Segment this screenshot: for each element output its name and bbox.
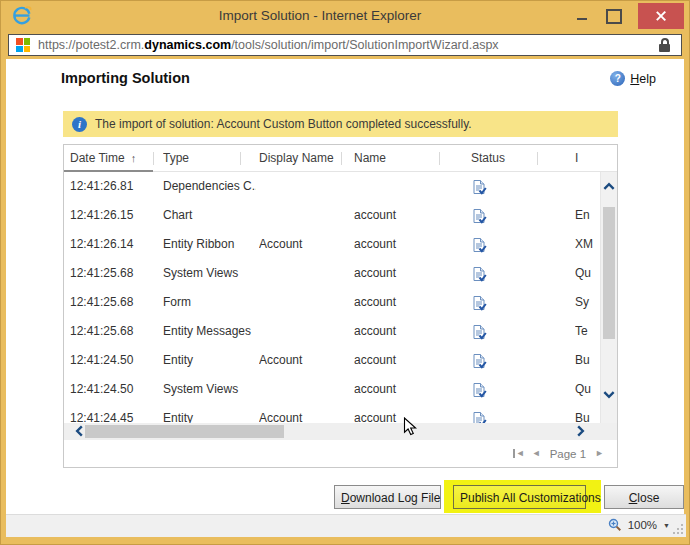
grid-header: Date Time↑ Type Display Name Name Status… <box>64 145 617 172</box>
close-icon <box>655 10 667 22</box>
page-indicator: Page 1 <box>550 448 586 460</box>
row-name: account <box>354 259 454 288</box>
import-success-icon <box>471 208 487 224</box>
row-type: Entity <box>163 404 256 423</box>
info-icon: i <box>72 117 87 132</box>
column-header-datetime[interactable]: Date Time↑ <box>70 145 152 171</box>
zoom-level-label: 100% <box>628 519 657 531</box>
table-row[interactable]: 12:41:24.45EntityAccountaccountBu <box>64 404 600 423</box>
page-title: Importing Solution <box>61 70 190 86</box>
row-name: account <box>354 346 454 375</box>
row-datetime: 12:41:24.50 <box>70 346 158 375</box>
row-type: System Views <box>163 259 256 288</box>
row-type: Chart <box>163 201 256 230</box>
vertical-scroll-thumb[interactable] <box>603 207 615 339</box>
row-display-name <box>259 259 349 288</box>
column-header-display-name[interactable]: Display Name <box>259 145 339 171</box>
row-information: Bu <box>575 404 600 423</box>
row-datetime: 12:41:25.68 <box>70 259 158 288</box>
row-datetime: 12:41:26.81 <box>70 172 158 201</box>
sort-ascending-icon: ↑ <box>131 152 137 164</box>
row-type: Entity Messages <box>163 317 256 346</box>
row-display-name <box>259 317 349 346</box>
row-datetime: 12:41:25.68 <box>70 288 158 317</box>
vertical-scrollbar[interactable] <box>600 172 617 423</box>
maximize-button[interactable] <box>599 1 625 29</box>
titlebar[interactable]: Import Solution - Internet Explorer <box>1 1 689 31</box>
row-information: Qu <box>575 259 600 288</box>
table-row[interactable]: 12:41:24.50System ViewsaccountQu <box>64 375 600 404</box>
row-name: account <box>354 404 454 423</box>
row-name: account <box>354 288 454 317</box>
table-row[interactable]: 12:41:26.14Entity RibbonAccountaccountXM <box>64 230 600 259</box>
publish-all-customizations-button[interactable]: Publish All Customizations <box>453 485 586 509</box>
column-header-name[interactable]: Name <box>354 145 434 171</box>
import-success-icon <box>471 266 487 282</box>
zoom-dropdown-icon: ▼ <box>663 522 670 529</box>
row-information: En <box>575 201 600 230</box>
table-row[interactable]: 12:41:24.50EntityAccountaccountBu <box>64 346 600 375</box>
import-success-icon <box>471 382 487 398</box>
scroll-up-icon[interactable] <box>602 180 616 193</box>
scroll-down-icon[interactable] <box>602 388 616 401</box>
address-bar[interactable]: https://potest2.crm.dynamics.com/tools/s… <box>8 34 682 56</box>
previous-page-icon[interactable]: ◄ <box>532 449 541 458</box>
row-display-name: Account <box>259 346 349 375</box>
horizontal-scrollbar[interactable] <box>64 423 600 440</box>
row-datetime: 12:41:24.45 <box>70 404 158 423</box>
row-display-name <box>259 172 349 201</box>
row-name: account <box>354 317 454 346</box>
row-type: System Views <box>163 375 256 404</box>
next-page-icon[interactable]: ► <box>595 449 604 458</box>
close-window-button[interactable] <box>638 3 684 29</box>
lock-icon <box>659 37 671 53</box>
row-display-name <box>259 201 349 230</box>
row-datetime: 12:41:26.15 <box>70 201 158 230</box>
zoom-control[interactable]: 100% ▼ <box>608 518 670 532</box>
table-row[interactable]: 12:41:26.81Dependencies C... <box>64 172 600 201</box>
table-row[interactable]: 12:41:25.68Entity MessagesaccountTe <box>64 317 600 346</box>
row-display-name <box>259 288 349 317</box>
status-bar: 100% ▼ <box>6 514 686 537</box>
success-banner: i The import of solution: Account Custom… <box>63 111 618 137</box>
internet-explorer-icon <box>11 5 33 27</box>
help-link[interactable]: ? Help <box>610 71 656 86</box>
row-type: Dependencies C... <box>163 172 256 201</box>
help-label: Help <box>630 72 656 86</box>
import-success-icon <box>471 411 487 423</box>
url-domain: dynamics.com <box>144 38 231 52</box>
row-information: Te <box>575 317 600 346</box>
table-row[interactable]: 12:41:26.15ChartaccountEn <box>64 201 600 230</box>
minimize-button[interactable] <box>569 1 595 29</box>
table-row[interactable]: 12:41:25.68FormaccountSy <box>64 288 600 317</box>
row-name: account <box>354 201 454 230</box>
row-name: account <box>354 230 454 259</box>
row-display-name: Account <box>259 230 349 259</box>
close-button[interactable]: Close <box>604 485 684 509</box>
first-page-button[interactable]: ◄ <box>513 449 525 458</box>
horizontal-scroll-thumb[interactable] <box>85 425 284 438</box>
scroll-right-icon[interactable] <box>574 424 587 438</box>
row-type: Entity Ribbon <box>163 230 256 259</box>
dynamics-favicon-icon <box>16 38 30 52</box>
row-type: Entity <box>163 346 256 375</box>
table-body: 12:41:26.81Dependencies C...12:41:26.15C… <box>64 172 600 423</box>
import-log-grid: Date Time↑ Type Display Name Name Status… <box>63 144 618 441</box>
url-text: https://potest2.crm.dynamics.com/tools/s… <box>38 38 499 52</box>
table-row[interactable]: 12:41:25.68System ViewsaccountQu <box>64 259 600 288</box>
row-datetime: 12:41:25.68 <box>70 317 158 346</box>
magnifier-zoom-icon <box>608 518 622 532</box>
row-name <box>354 172 454 201</box>
first-page-icon: ◄ <box>516 449 525 458</box>
dialog-content: Importing Solution ? Help i The import o… <box>6 59 684 514</box>
column-header-type[interactable]: Type <box>163 145 237 171</box>
resize-grip[interactable] <box>673 524 683 534</box>
download-log-file-button[interactable]: Download Log File <box>334 485 441 509</box>
banner-message: The import of solution: Account Custom B… <box>95 117 472 131</box>
row-name: account <box>354 375 454 404</box>
row-information <box>575 172 600 201</box>
row-display-name <box>259 375 349 404</box>
column-header-information[interactable]: I <box>575 145 599 171</box>
ie-dialog-window: Import Solution - Internet Explorer http… <box>0 0 690 545</box>
column-header-status[interactable]: Status <box>471 145 533 171</box>
